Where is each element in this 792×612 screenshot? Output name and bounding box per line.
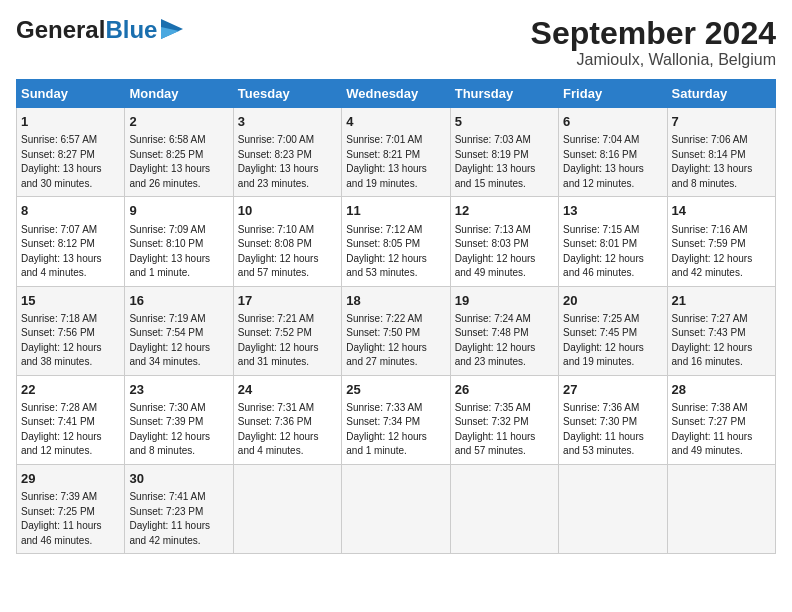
cell-line: and 34 minutes. xyxy=(129,355,228,370)
cell-content: Sunrise: 7:35 AMSunset: 7:32 PMDaylight:… xyxy=(455,401,554,459)
cell-line: Sunrise: 7:27 AM xyxy=(672,312,771,327)
day-number: 25 xyxy=(346,381,445,399)
cell-line: Daylight: 13 hours xyxy=(346,162,445,177)
cell-line: Daylight: 13 hours xyxy=(21,162,120,177)
cell-line: Daylight: 13 hours xyxy=(672,162,771,177)
cell-line: Daylight: 13 hours xyxy=(238,162,337,177)
calendar-cell: 6Sunrise: 7:04 AMSunset: 8:16 PMDaylight… xyxy=(559,108,667,197)
cell-line: Daylight: 13 hours xyxy=(563,162,662,177)
cell-line: Sunset: 8:16 PM xyxy=(563,148,662,163)
day-number: 10 xyxy=(238,202,337,220)
calendar-cell: 15Sunrise: 7:18 AMSunset: 7:56 PMDayligh… xyxy=(17,286,125,375)
cell-line: Sunrise: 7:13 AM xyxy=(455,223,554,238)
cell-content: Sunrise: 7:22 AMSunset: 7:50 PMDaylight:… xyxy=(346,312,445,370)
cell-line: Daylight: 12 hours xyxy=(238,341,337,356)
cell-line: Sunrise: 7:36 AM xyxy=(563,401,662,416)
cell-line: Sunrise: 7:22 AM xyxy=(346,312,445,327)
cell-line: Sunrise: 7:25 AM xyxy=(563,312,662,327)
calendar-cell: 5Sunrise: 7:03 AMSunset: 8:19 PMDaylight… xyxy=(450,108,558,197)
cell-line: Daylight: 12 hours xyxy=(672,252,771,267)
cell-line: Sunset: 8:08 PM xyxy=(238,237,337,252)
cell-line: Sunrise: 7:06 AM xyxy=(672,133,771,148)
header-day-friday: Friday xyxy=(559,80,667,108)
cell-line: Daylight: 13 hours xyxy=(129,252,228,267)
cell-line: Sunset: 8:03 PM xyxy=(455,237,554,252)
calendar-cell: 30Sunrise: 7:41 AMSunset: 7:23 PMDayligh… xyxy=(125,464,233,553)
day-number: 12 xyxy=(455,202,554,220)
calendar-cell xyxy=(342,464,450,553)
calendar-cell xyxy=(233,464,341,553)
cell-line: and 49 minutes. xyxy=(672,444,771,459)
cell-line: Sunset: 8:12 PM xyxy=(21,237,120,252)
cell-line: Sunset: 7:30 PM xyxy=(563,415,662,430)
cell-line: and 42 minutes. xyxy=(672,266,771,281)
cell-line: and 30 minutes. xyxy=(21,177,120,192)
cell-content: Sunrise: 7:18 AMSunset: 7:56 PMDaylight:… xyxy=(21,312,120,370)
cell-line: Daylight: 12 hours xyxy=(238,252,337,267)
day-number: 9 xyxy=(129,202,228,220)
calendar-cell: 18Sunrise: 7:22 AMSunset: 7:50 PMDayligh… xyxy=(342,286,450,375)
cell-content: Sunrise: 7:38 AMSunset: 7:27 PMDaylight:… xyxy=(672,401,771,459)
cell-line: Daylight: 13 hours xyxy=(21,252,120,267)
cell-content: Sunrise: 7:27 AMSunset: 7:43 PMDaylight:… xyxy=(672,312,771,370)
calendar-cell: 14Sunrise: 7:16 AMSunset: 7:59 PMDayligh… xyxy=(667,197,775,286)
cell-line: and 8 minutes. xyxy=(672,177,771,192)
calendar-cell: 25Sunrise: 7:33 AMSunset: 7:34 PMDayligh… xyxy=(342,375,450,464)
cell-content: Sunrise: 7:16 AMSunset: 7:59 PMDaylight:… xyxy=(672,223,771,281)
day-number: 4 xyxy=(346,113,445,131)
week-row-4: 22Sunrise: 7:28 AMSunset: 7:41 PMDayligh… xyxy=(17,375,776,464)
cell-line: Sunrise: 7:38 AM xyxy=(672,401,771,416)
cell-line: Sunset: 7:25 PM xyxy=(21,505,120,520)
cell-line: Sunrise: 7:24 AM xyxy=(455,312,554,327)
cell-line: and 27 minutes. xyxy=(346,355,445,370)
calendar-cell: 3Sunrise: 7:00 AMSunset: 8:23 PMDaylight… xyxy=(233,108,341,197)
cell-line: Daylight: 12 hours xyxy=(563,252,662,267)
cell-line: Daylight: 12 hours xyxy=(672,341,771,356)
cell-line: and 8 minutes. xyxy=(129,444,228,459)
cell-line: and 19 minutes. xyxy=(563,355,662,370)
cell-line: Sunset: 7:54 PM xyxy=(129,326,228,341)
cell-line: Daylight: 13 hours xyxy=(129,162,228,177)
day-number: 19 xyxy=(455,292,554,310)
logo-triangle-icon xyxy=(161,19,183,39)
calendar-cell: 9Sunrise: 7:09 AMSunset: 8:10 PMDaylight… xyxy=(125,197,233,286)
cell-line: Daylight: 11 hours xyxy=(455,430,554,445)
cell-line: and 4 minutes. xyxy=(238,444,337,459)
calendar-cell: 7Sunrise: 7:06 AMSunset: 8:14 PMDaylight… xyxy=(667,108,775,197)
cell-content: Sunrise: 7:12 AMSunset: 8:05 PMDaylight:… xyxy=(346,223,445,281)
day-number: 18 xyxy=(346,292,445,310)
calendar-cell: 2Sunrise: 6:58 AMSunset: 8:25 PMDaylight… xyxy=(125,108,233,197)
day-number: 29 xyxy=(21,470,120,488)
day-number: 20 xyxy=(563,292,662,310)
day-number: 28 xyxy=(672,381,771,399)
week-row-2: 8Sunrise: 7:07 AMSunset: 8:12 PMDaylight… xyxy=(17,197,776,286)
cell-line: Sunrise: 7:35 AM xyxy=(455,401,554,416)
cell-line: Sunset: 8:23 PM xyxy=(238,148,337,163)
cell-line: Sunset: 7:59 PM xyxy=(672,237,771,252)
cell-line: Daylight: 12 hours xyxy=(129,341,228,356)
day-number: 1 xyxy=(21,113,120,131)
cell-line: and 49 minutes. xyxy=(455,266,554,281)
cell-content: Sunrise: 7:21 AMSunset: 7:52 PMDaylight:… xyxy=(238,312,337,370)
cell-line: Daylight: 11 hours xyxy=(21,519,120,534)
cell-content: Sunrise: 7:13 AMSunset: 8:03 PMDaylight:… xyxy=(455,223,554,281)
page: GeneralBlue September 2024 Jamioulx, Wal… xyxy=(0,0,792,612)
calendar-subtitle: Jamioulx, Wallonia, Belgium xyxy=(531,51,776,69)
header-day-saturday: Saturday xyxy=(667,80,775,108)
logo: GeneralBlue xyxy=(16,16,183,44)
cell-line: Sunset: 7:27 PM xyxy=(672,415,771,430)
day-number: 26 xyxy=(455,381,554,399)
cell-line: and 23 minutes. xyxy=(238,177,337,192)
day-number: 8 xyxy=(21,202,120,220)
cell-line: and 57 minutes. xyxy=(238,266,337,281)
day-number: 6 xyxy=(563,113,662,131)
day-number: 27 xyxy=(563,381,662,399)
cell-line: Sunset: 7:45 PM xyxy=(563,326,662,341)
cell-line: Sunrise: 7:07 AM xyxy=(21,223,120,238)
cell-content: Sunrise: 7:06 AMSunset: 8:14 PMDaylight:… xyxy=(672,133,771,191)
cell-line: Daylight: 11 hours xyxy=(563,430,662,445)
title-section: September 2024 Jamioulx, Wallonia, Belgi… xyxy=(531,16,776,69)
cell-line: Sunrise: 7:33 AM xyxy=(346,401,445,416)
calendar-cell: 19Sunrise: 7:24 AMSunset: 7:48 PMDayligh… xyxy=(450,286,558,375)
logo-image: GeneralBlue xyxy=(16,16,183,44)
